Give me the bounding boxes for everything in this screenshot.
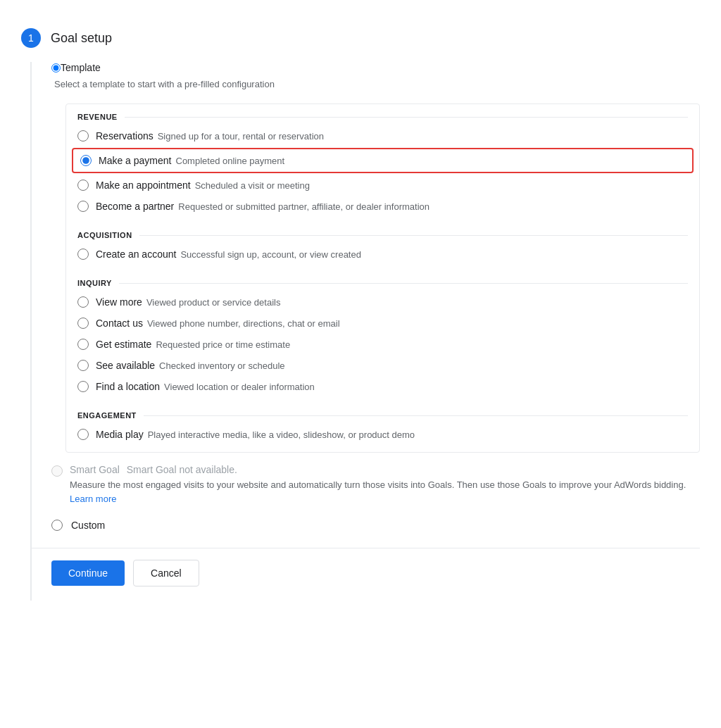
content-area: Template Select a template to start with… bbox=[30, 62, 700, 601]
view-more-radio[interactable] bbox=[77, 296, 89, 308]
revenue-category-header: REVENUE bbox=[66, 104, 699, 125]
inquiry-category-header: INQUIRY bbox=[66, 270, 699, 291]
find-a-location-radio[interactable] bbox=[77, 381, 89, 392]
reservations-radio[interactable] bbox=[77, 130, 89, 142]
smart-goal-radio-wrapper[interactable] bbox=[51, 465, 63, 479]
template-section: REVENUE Reservations Signed up for a tou… bbox=[65, 103, 700, 453]
custom-option-row[interactable]: Custom bbox=[51, 520, 700, 531]
page-title: Goal setup bbox=[51, 31, 112, 46]
template-radio[interactable] bbox=[51, 63, 61, 73]
see-available-desc: Checked inventory or schedule bbox=[159, 360, 285, 371]
inquiry-label: INQUIRY bbox=[77, 279, 112, 287]
smart-goal-title-line: Smart Goal Smart Goal not available. bbox=[70, 464, 700, 475]
reservations-label: Reservations bbox=[96, 130, 153, 142]
make-an-appointment-radio[interactable] bbox=[77, 180, 89, 191]
footer-divider bbox=[32, 548, 700, 548]
see-available-row[interactable]: See available Checked inventory or sched… bbox=[66, 355, 699, 376]
step-header: 1 Goal setup bbox=[21, 28, 700, 48]
media-play-radio[interactable] bbox=[77, 429, 89, 440]
create-an-account-row[interactable]: Create an account Successful sign up, ac… bbox=[66, 244, 699, 265]
find-a-location-desc: Viewed location or dealer information bbox=[164, 382, 315, 392]
acquisition-category-header: ACQUISITION bbox=[66, 222, 699, 244]
revenue-label: REVENUE bbox=[77, 113, 118, 121]
make-an-appointment-desc: Scheduled a visit or meeting bbox=[195, 180, 310, 191]
create-an-account-desc: Successful sign up, account, or view cre… bbox=[180, 249, 361, 260]
smart-goal-title-bold: Smart Goal bbox=[70, 464, 120, 475]
media-play-desc: Played interactive media, like a video, … bbox=[148, 429, 415, 440]
contact-us-row[interactable]: Contact us Viewed phone number, directio… bbox=[66, 313, 699, 334]
become-a-partner-row[interactable]: Become a partner Requested or submitted … bbox=[66, 196, 699, 217]
smart-goal-not-available: Smart Goal not available. bbox=[127, 464, 237, 475]
get-estimate-label: Get estimate bbox=[96, 339, 151, 350]
view-more-row[interactable]: View more Viewed product or service deta… bbox=[66, 291, 699, 313]
smart-goal-description: Measure the most engaged visits to your … bbox=[70, 478, 700, 506]
become-a-partner-desc: Requested or submitted partner, affiliat… bbox=[178, 201, 430, 212]
make-a-payment-row[interactable]: Make a payment Completed online payment bbox=[72, 148, 694, 173]
inquiry-line bbox=[119, 283, 688, 284]
see-available-radio[interactable] bbox=[77, 360, 89, 371]
custom-label: Custom bbox=[71, 520, 105, 531]
template-label: Template bbox=[61, 62, 101, 73]
view-more-label: View more bbox=[96, 296, 142, 308]
template-option-row[interactable]: Template bbox=[51, 62, 700, 73]
become-a-partner-radio[interactable] bbox=[77, 201, 89, 212]
get-estimate-radio[interactable] bbox=[77, 339, 89, 350]
custom-radio[interactable] bbox=[51, 520, 63, 531]
smart-goal-section: Smart Goal Smart Goal not available. Mea… bbox=[51, 464, 700, 506]
contact-us-label: Contact us bbox=[96, 318, 143, 329]
create-an-account-radio[interactable] bbox=[77, 249, 89, 260]
make-an-appointment-row[interactable]: Make an appointment Scheduled a visit or… bbox=[66, 175, 699, 196]
smart-goal-radio[interactable] bbox=[51, 465, 63, 477]
become-a-partner-label: Become a partner bbox=[96, 201, 174, 212]
step-number: 1 bbox=[21, 28, 41, 48]
create-an-account-label: Create an account bbox=[96, 249, 176, 260]
get-estimate-row[interactable]: Get estimate Requested price or time est… bbox=[66, 334, 699, 355]
reservations-desc: Signed up for a tour, rental or reservat… bbox=[158, 131, 324, 142]
page-container: 1 Goal setup Template Select a template … bbox=[0, 14, 721, 615]
see-available-label: See available bbox=[96, 360, 155, 371]
find-a-location-label: Find a location bbox=[96, 381, 160, 392]
make-a-payment-desc: Completed online payment bbox=[176, 156, 285, 166]
contact-us-radio[interactable] bbox=[77, 318, 89, 329]
make-a-payment-radio[interactable] bbox=[80, 155, 92, 166]
smart-goal-text-area: Smart Goal Smart Goal not available. Mea… bbox=[70, 464, 700, 506]
media-play-row[interactable]: Media play Played interactive media, lik… bbox=[66, 424, 699, 445]
revenue-line bbox=[125, 117, 688, 118]
acquisition-label: ACQUISITION bbox=[77, 231, 132, 239]
find-a-location-row[interactable]: Find a location Viewed location or deale… bbox=[66, 376, 699, 397]
cancel-button[interactable]: Cancel bbox=[133, 560, 199, 586]
continue-button[interactable]: Continue bbox=[51, 560, 125, 586]
make-a-payment-label: Make a payment bbox=[99, 155, 172, 166]
reservations-row[interactable]: Reservations Signed up for a tour, renta… bbox=[66, 125, 699, 146]
view-more-desc: Viewed product or service details bbox=[146, 297, 281, 308]
acquisition-line bbox=[139, 235, 688, 236]
make-an-appointment-label: Make an appointment bbox=[96, 180, 191, 191]
media-play-label: Media play bbox=[96, 429, 144, 440]
learn-more-link[interactable]: Learn more bbox=[70, 494, 116, 504]
engagement-label: ENGAGEMENT bbox=[77, 411, 137, 420]
engagement-category-header: ENGAGEMENT bbox=[66, 403, 699, 424]
template-subtitle: Select a template to start with a pre-fi… bbox=[54, 79, 700, 89]
contact-us-desc: Viewed phone number, directions, chat or… bbox=[147, 318, 340, 329]
engagement-line bbox=[144, 415, 688, 416]
button-row: Continue Cancel bbox=[51, 560, 700, 586]
get-estimate-desc: Requested price or time estimate bbox=[156, 339, 290, 350]
